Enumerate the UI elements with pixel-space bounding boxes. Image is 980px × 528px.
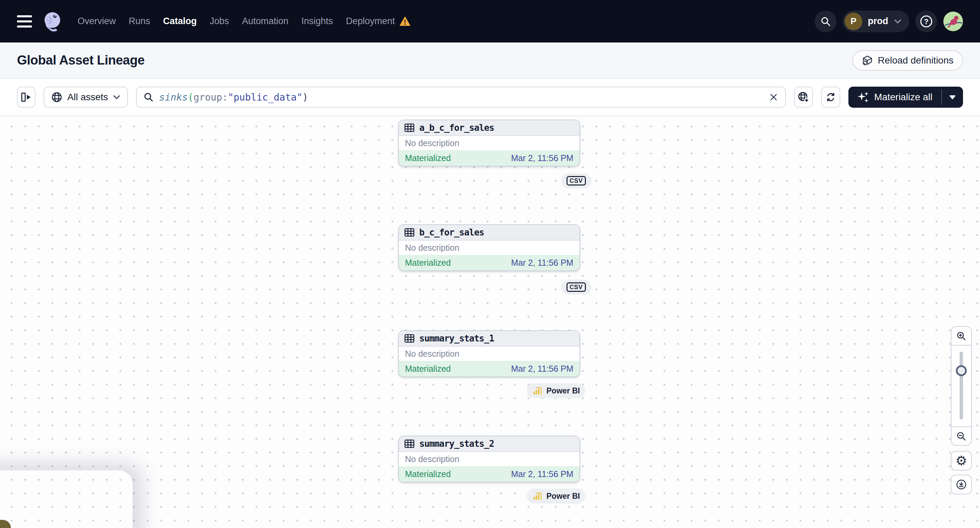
asset-status: Materialized xyxy=(405,469,451,479)
asset-node-header: b_c_for_sales xyxy=(399,225,579,241)
asset-node-summary-stats-1[interactable]: summary_stats_1 No description Materiali… xyxy=(398,330,580,377)
reload-cube-icon xyxy=(862,55,873,66)
asset-timestamp[interactable]: Mar 2, 11:56 PM xyxy=(511,469,573,479)
asset-scope-dropdown[interactable]: All assets xyxy=(43,87,128,108)
chevron-down-icon xyxy=(113,95,120,100)
asset-status-row: Materialized Mar 2, 11:56 PM xyxy=(399,361,579,376)
warning-icon xyxy=(399,16,410,27)
nav-right-cluster: P prod ? xyxy=(815,11,963,32)
query-open-paren: ( xyxy=(188,92,194,103)
selection-query: sinks ( group: "public_data" ) xyxy=(159,92,308,103)
hamburger-menu-icon[interactable] xyxy=(17,15,32,27)
asset-timestamp[interactable]: Mar 2, 11:56 PM xyxy=(511,258,573,268)
chevron-down-icon xyxy=(894,19,902,24)
asset-node-summary-stats-2[interactable]: summary_stats_2 No description Materiali… xyxy=(398,436,580,482)
lineage-toolbar: All assets sinks ( group: "public_data" … xyxy=(0,79,980,116)
reload-definitions-label: Reload definitions xyxy=(878,55,953,66)
help-icon: ? xyxy=(920,14,933,28)
materialize-all-label: Materialize all xyxy=(874,92,932,103)
page-title: Global Asset Lineage xyxy=(17,53,145,68)
asset-scope-label: All assets xyxy=(67,92,108,103)
asset-status: Materialized xyxy=(405,153,451,163)
zoom-in-button[interactable] xyxy=(951,327,971,346)
zoom-slider[interactable] xyxy=(951,346,971,427)
table-icon xyxy=(404,334,415,343)
user-avatar[interactable] xyxy=(943,11,963,31)
asset-selection-input[interactable]: sinks ( group: "public_data" ) xyxy=(136,87,786,108)
clear-search-button[interactable] xyxy=(769,92,778,102)
globe-plus-icon xyxy=(797,91,810,103)
open-left-panel-button[interactable] xyxy=(17,87,35,108)
help-button[interactable]: ? xyxy=(915,11,937,32)
zoom-in-icon xyxy=(956,331,966,341)
caret-down-icon xyxy=(949,95,956,100)
lineage-canvas[interactable]: a_b_c_for_sales No description Materiali… xyxy=(0,116,980,528)
asset-timestamp[interactable]: Mar 2, 11:56 PM xyxy=(511,153,573,163)
page-header: Global Asset Lineage Reload definitions xyxy=(0,43,980,79)
csv-icon: CSV xyxy=(566,282,586,292)
search-button[interactable] xyxy=(815,11,837,32)
gear-icon: ⚙ xyxy=(956,454,967,467)
zoom-out-button[interactable] xyxy=(951,427,971,445)
csv-icon: CSV xyxy=(566,176,586,186)
nav-item-deployment[interactable]: Deployment xyxy=(346,16,410,27)
table-icon xyxy=(404,228,415,237)
asset-status: Materialized xyxy=(405,258,451,268)
asset-tag-csv[interactable]: CSV xyxy=(561,280,591,295)
minimap-shadow xyxy=(0,470,133,528)
svg-text:?: ? xyxy=(924,17,928,26)
filter-to-selection-button[interactable] xyxy=(794,87,813,108)
nav-item-overview[interactable]: Overview xyxy=(78,16,116,27)
asset-tag-power-bi[interactable]: Power BI xyxy=(527,488,585,504)
asset-status: Materialized xyxy=(405,364,451,374)
nav-item-jobs[interactable]: Jobs xyxy=(210,16,229,27)
asset-name: a_b_c_for_sales xyxy=(419,123,494,133)
refresh-icon xyxy=(825,91,837,103)
deployment-switcher[interactable]: P prod xyxy=(843,11,909,32)
asset-name: b_c_for_sales xyxy=(419,227,484,238)
dagster-logo-icon[interactable] xyxy=(41,10,64,33)
asset-name: summary_stats_1 xyxy=(419,333,494,344)
search-icon xyxy=(821,16,831,27)
graph-settings-button[interactable]: ⚙ xyxy=(951,451,972,471)
materialize-all-button[interactable]: Materialize all xyxy=(848,87,941,108)
zoom-out-icon xyxy=(956,431,966,441)
zoom-slider-thumb[interactable] xyxy=(956,365,967,376)
asset-status-row: Materialized Mar 2, 11:56 PM xyxy=(399,466,579,482)
nav-item-runs[interactable]: Runs xyxy=(129,16,150,27)
refresh-button[interactable] xyxy=(821,87,840,108)
asset-node-header: a_b_c_for_sales xyxy=(399,120,579,136)
zoom-slider-track[interactable] xyxy=(959,352,963,420)
deployment-initial-badge: P xyxy=(845,13,862,30)
query-close-paren: ) xyxy=(302,92,308,103)
asset-tag-power-bi[interactable]: Power BI xyxy=(527,383,585,398)
search-icon xyxy=(143,92,154,102)
asset-tag-csv[interactable]: CSV xyxy=(561,173,591,188)
nav-item-automation[interactable]: Automation xyxy=(242,16,289,27)
asset-node-a-b-c-for-sales[interactable]: a_b_c_for_sales No description Materiali… xyxy=(398,120,580,166)
materialize-split-button: Materialize all xyxy=(848,87,963,108)
asset-description: No description xyxy=(399,347,579,361)
reload-definitions-button[interactable]: Reload definitions xyxy=(853,50,963,71)
query-attribute-token: group: xyxy=(194,92,228,103)
power-bi-icon xyxy=(532,491,542,501)
nav-item-catalog[interactable]: Catalog xyxy=(163,16,197,27)
top-nav: Overview Runs Catalog Jobs Automation In… xyxy=(0,0,980,43)
asset-timestamp[interactable]: Mar 2, 11:56 PM xyxy=(511,364,573,374)
nav-deployment-label: Deployment xyxy=(346,16,395,27)
asset-node-b-c-for-sales[interactable]: b_c_for_sales No description Materialize… xyxy=(398,224,580,271)
table-icon xyxy=(404,439,415,448)
deployment-name: prod xyxy=(868,16,888,27)
asset-tag-label: Power BI xyxy=(546,492,580,501)
asset-status-row: Materialized Mar 2, 11:56 PM xyxy=(399,255,579,270)
materialize-options-button[interactable] xyxy=(942,87,963,108)
nav-item-insights[interactable]: Insights xyxy=(301,16,333,27)
table-icon xyxy=(404,123,415,132)
asset-node-header: summary_stats_1 xyxy=(399,331,579,347)
asset-description: No description xyxy=(399,452,579,466)
download-graph-button[interactable] xyxy=(951,475,972,495)
asset-description: No description xyxy=(399,241,579,255)
zoom-control-panel xyxy=(951,326,972,446)
nav-items: Overview Runs Catalog Jobs Automation In… xyxy=(78,16,410,27)
asset-tag-label: Power BI xyxy=(546,386,580,395)
